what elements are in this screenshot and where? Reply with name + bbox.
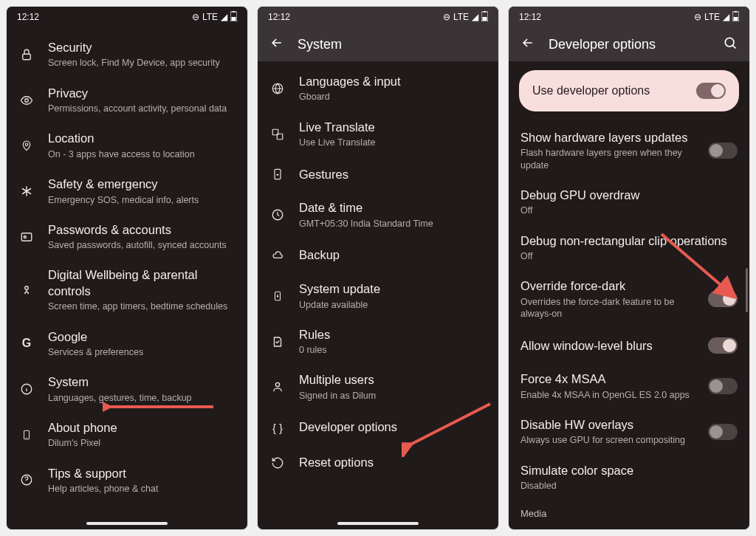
list-item[interactable]: Allow window-level blurs (509, 328, 749, 363)
item-subtitle: Languages, gestures, time, backup (48, 392, 236, 404)
list-item[interactable]: Disable HW overlaysAlways use GPU for sc… (509, 409, 749, 455)
toggle[interactable] (708, 337, 738, 354)
cloud-icon (269, 250, 286, 261)
battery-icon (481, 11, 488, 24)
list-item[interactable]: Rules0 rules (258, 319, 498, 365)
svg-point-7 (24, 236, 26, 238)
list-item[interactable]: GGoogleServices & preferences (7, 321, 247, 367)
item-title: Google (48, 329, 236, 345)
item-title: Simulate color space (520, 463, 738, 478)
list-item[interactable]: PrivacyPermissions, account activity, pe… (7, 78, 247, 123)
developer-options-list[interactable]: Show hardware layers updatesFlash hardwa… (509, 117, 749, 529)
pin-icon (18, 138, 35, 153)
svg-point-27 (725, 38, 734, 47)
list-item[interactable]: Debug GPU overdrawOff (509, 179, 749, 225)
item-title: Show hardware layers updates (520, 130, 695, 145)
list-item[interactable]: Debug non-rectangular clip operationsOff (509, 225, 749, 271)
list-item[interactable]: Safety & emergencyEmergency SOS, medical… (7, 168, 247, 214)
svg-rect-2 (233, 11, 235, 13)
list-item[interactable]: SystemLanguages, gestures, time, backup (7, 366, 247, 412)
item-title: Force 4x MSAA (520, 371, 695, 387)
list-item[interactable]: Override force-darkOverrides the force-d… (509, 270, 749, 328)
globe-icon (269, 82, 286, 95)
section-media: Media (509, 501, 558, 519)
toggle[interactable] (708, 291, 738, 307)
svg-point-8 (25, 286, 29, 290)
list-item[interactable]: Passwords & accountsSaved passwords, aut… (7, 214, 247, 260)
svg-rect-3 (23, 54, 31, 60)
list-item[interactable]: Digital Wellbeing & parental controlsScr… (7, 259, 247, 320)
item-title: Override force-dark (520, 278, 695, 294)
list-item[interactable]: About phoneDilum's Pixel (7, 412, 247, 458)
item-title: Languages & input (299, 74, 487, 89)
list-item[interactable]: Backup (258, 238, 498, 273)
eye-icon (18, 94, 35, 107)
app-bar-title: Developer options (549, 37, 656, 52)
list-item[interactable]: Date & timeGMT+05:30 India Standard Time (258, 192, 498, 238)
search-icon[interactable] (723, 35, 738, 54)
clock-icon (269, 208, 286, 221)
item-title: Location (48, 131, 236, 146)
back-icon[interactable] (269, 35, 284, 54)
item-title: Privacy (48, 86, 236, 101)
list-item[interactable]: Languages & inputGboard (258, 66, 498, 111)
list-item[interactable]: Show hardware layers updatesFlash hardwa… (509, 122, 749, 179)
home-indicator[interactable] (86, 522, 168, 525)
status-bar: 12:12 ⊖ LTE ◢ (258, 7, 498, 27)
list-item[interactable]: Gestures (258, 157, 498, 192)
screen-system: 12:12 ⊖ LTE ◢ System Languages & inputGb… (257, 6, 499, 530)
back-icon[interactable] (520, 35, 535, 54)
use-developer-options-toggle[interactable] (696, 83, 726, 99)
toggle[interactable] (708, 424, 738, 440)
item-subtitle: Screen lock, Find My Device, app securit… (48, 57, 236, 69)
status-icons: ⊖ LTE ◢ (192, 11, 237, 24)
home-indicator[interactable] (337, 522, 419, 525)
list-item[interactable]: Simulate color spaceDisabled (509, 455, 749, 501)
settings-list[interactable]: SecurityScreen lock, Find My Device, app… (7, 27, 247, 529)
list-item[interactable]: System updateUpdate available (258, 273, 498, 319)
signal-icon: ◢ (472, 12, 478, 22)
svg-rect-15 (484, 11, 486, 13)
scrollbar[interactable] (746, 268, 748, 312)
svg-rect-19 (275, 170, 281, 179)
braces-icon: { } (269, 422, 286, 434)
svg-rect-26 (735, 11, 737, 13)
list-item[interactable]: Force 4x MSAAEnable 4x MSAA in OpenGL ES… (509, 363, 749, 409)
list-item[interactable]: LocationOn - 3 apps have access to locat… (7, 123, 247, 168)
asterisk-icon (18, 185, 35, 198)
system-list[interactable]: Languages & inputGboardLive TranslateUse… (258, 61, 498, 529)
list-item[interactable]: { }Developer options (258, 410, 498, 445)
status-icons: ⊖ LTE ◢ (443, 11, 488, 24)
item-subtitle: GMT+05:30 India Standard Time (299, 218, 487, 230)
list-item[interactable]: Multiple usersSigned in as Dilum (258, 364, 498, 410)
list-item[interactable]: SecurityScreen lock, Find My Device, app… (7, 32, 247, 78)
battery-icon (732, 11, 739, 24)
rules-icon (269, 335, 286, 348)
item-subtitle: On - 3 apps have access to location (48, 148, 236, 160)
user-icon (269, 380, 286, 394)
item-subtitle: Permissions, account activity, personal … (48, 103, 236, 114)
app-bar-title: System (298, 37, 342, 52)
item-title: Disable HW overlays (520, 417, 695, 433)
item-title: Security (48, 40, 236, 55)
list-item[interactable]: Tips & supportHelp articles, phone & cha… (7, 458, 247, 504)
list-item[interactable]: Live TranslateUse Live Translate (258, 111, 498, 157)
item-subtitle: Overrides the force-dark feature to be a… (520, 296, 695, 320)
item-title: Multiple users (299, 372, 487, 388)
toggle[interactable] (708, 378, 738, 394)
list-item[interactable]: Reset options (258, 445, 498, 481)
svg-rect-1 (232, 17, 236, 21)
no-disturb-icon: ⊖ (694, 12, 701, 22)
toggle[interactable] (708, 142, 738, 159)
item-subtitle: Services & preferences (48, 346, 236, 358)
app-bar: System (258, 27, 498, 61)
item-title: Gestures (299, 167, 487, 182)
network-label: LTE (704, 12, 720, 22)
clock: 12:12 (17, 12, 39, 22)
item-subtitle: Dilum's Pixel (48, 437, 236, 449)
use-developer-options-card[interactable]: Use developer options (519, 70, 739, 111)
help-icon (18, 473, 35, 487)
item-title: About phone (48, 420, 236, 436)
svg-rect-6 (21, 233, 32, 241)
item-subtitle: Disabled (520, 480, 738, 492)
